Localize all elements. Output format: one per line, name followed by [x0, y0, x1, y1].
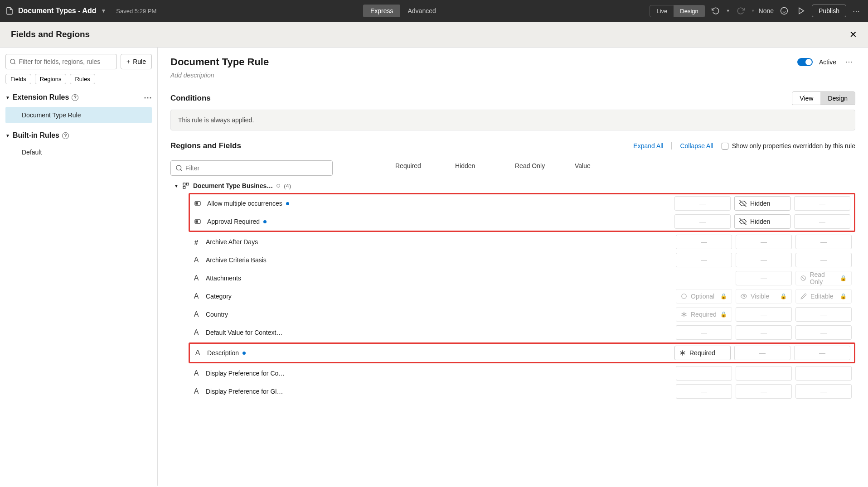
builtin-rules-header[interactable]: ▼ Built-in Rules ? — [5, 131, 152, 140]
help-icon[interactable]: ? — [62, 132, 69, 139]
sidebar-toolbar: + Rule — [5, 54, 152, 69]
cell-hidden[interactable]: — — [734, 346, 790, 360]
cell-req[interactable]: — — [676, 253, 732, 267]
cell-ro[interactable]: — — [795, 384, 852, 399]
cell-ro[interactable]: — — [794, 196, 850, 211]
group-row[interactable]: ▼ Document Type Busines… (4) — [170, 179, 855, 192]
field-row[interactable]: Allow multiple occurrences—Hidden— — [190, 194, 854, 212]
field-row[interactable]: AAttachments—Read Only🔒 — [170, 269, 855, 287]
active-toggle[interactable] — [797, 58, 813, 66]
design-button[interactable]: Design — [674, 5, 704, 17]
cell-req[interactable]: — — [676, 384, 732, 399]
cell-hidden[interactable]: — — [736, 271, 792, 285]
cell-required[interactable]: Required — [674, 346, 731, 360]
field-row[interactable]: ADisplay Preference for Gl…——— — [170, 382, 855, 400]
field-row[interactable]: AArchive Criteria Basis——— — [170, 251, 855, 269]
sidebar-item-document-type-rule[interactable]: Document Type Rule — [5, 107, 152, 123]
title-dropdown-chevron[interactable]: ▼ — [101, 8, 106, 14]
redo-icon[interactable] — [734, 5, 747, 17]
field-name-wrap: ADefault Value for Context… — [192, 328, 394, 337]
cell-hidden[interactable]: — — [736, 366, 792, 381]
live-design-toggle: Live Design — [650, 5, 705, 17]
conditions-box[interactable]: This rule is always applied. — [170, 110, 855, 130]
field-row[interactable]: ADefault Value for Context…——— — [170, 323, 855, 342]
field-row[interactable]: ADisplay Preference for Co…——— — [170, 364, 855, 382]
conditions-view-button[interactable]: View — [792, 92, 820, 105]
cell-req[interactable]: — — [674, 214, 731, 229]
expand-all-link[interactable]: Expand All — [633, 142, 663, 149]
show-overridden-label[interactable]: Show only properties overridden by this … — [722, 142, 855, 149]
field-name-wrap: AArchive Criteria Basis — [192, 256, 394, 264]
show-overridden-checkbox[interactable] — [722, 143, 728, 149]
rule-more-icon[interactable]: ⋯ — [843, 56, 855, 68]
section-more-icon[interactable]: ⋯ — [144, 92, 152, 102]
cell-ro[interactable]: — — [794, 346, 850, 360]
close-icon[interactable]: ✕ — [849, 29, 857, 40]
field-type-icon: A — [192, 310, 200, 318]
chip-regions[interactable]: Regions — [35, 74, 67, 84]
cell-req[interactable]: — — [676, 366, 732, 381]
publish-button[interactable]: Publish — [812, 5, 846, 17]
field-name: Display Preference for Co… — [206, 370, 285, 377]
field-row[interactable]: Approval Required—Hidden— — [190, 212, 854, 231]
play-icon[interactable] — [795, 5, 808, 17]
collapse-all-link[interactable]: Collapse All — [680, 142, 713, 149]
svg-line-5 — [14, 63, 15, 64]
divider — [671, 142, 672, 149]
field-type-icon: A — [194, 349, 202, 357]
cell-required[interactable]: Required🔒 — [676, 307, 732, 322]
cell-readonly[interactable]: Editable🔒 — [795, 289, 852, 304]
sidebar-item-default[interactable]: Default — [5, 144, 152, 160]
cell-hidden[interactable]: — — [736, 384, 792, 399]
undo-icon[interactable] — [709, 5, 723, 17]
cell-required[interactable]: Optional🔒 — [676, 289, 732, 304]
cell-ro[interactable]: — — [795, 253, 852, 267]
cell-req[interactable]: — — [676, 325, 732, 340]
express-mode-button[interactable]: Express — [363, 5, 401, 17]
add-rule-button[interactable]: + Rule — [121, 54, 152, 69]
more-icon[interactable]: ⋯ — [850, 5, 863, 17]
field-row[interactable]: #Archive After Days——— — [170, 233, 855, 251]
cell-hidden[interactable]: — — [736, 235, 792, 249]
cell-hidden[interactable]: — — [736, 325, 792, 340]
cell-ro[interactable]: — — [795, 307, 852, 322]
help-icon[interactable]: ? — [72, 94, 78, 101]
cell-readonly[interactable]: Read Only🔒 — [795, 271, 852, 285]
chip-fields[interactable]: Fields — [5, 74, 31, 84]
regions-actions: Expand All Collapse All Show only proper… — [633, 142, 855, 149]
cell-hidden[interactable]: Visible🔒 — [736, 289, 792, 304]
document-title: Document Types - Add — [18, 7, 96, 15]
chip-rules[interactable]: Rules — [70, 74, 95, 84]
extension-rules-header[interactable]: ▼ Extension Rules ? ⋯ — [5, 92, 152, 102]
cell-hidden[interactable]: Hidden — [734, 214, 790, 229]
conditions-header: Conditions View Design — [170, 92, 855, 105]
filter-input-wrap[interactable] — [170, 160, 333, 176]
advanced-mode-button[interactable]: Advanced — [400, 5, 443, 17]
description-placeholder[interactable]: Add description — [170, 72, 855, 79]
field-row[interactable]: ADescriptionRequired—— — [190, 344, 854, 362]
cell-hidden[interactable]: Hidden — [734, 196, 790, 211]
cell-ro[interactable]: — — [794, 214, 850, 229]
sidebar-search-input[interactable] — [19, 58, 113, 65]
undo-dropdown-chevron[interactable]: ▼ — [726, 9, 730, 13]
cell-ro[interactable]: — — [795, 235, 852, 249]
cell-ro[interactable]: — — [795, 325, 852, 340]
cell-ro[interactable]: — — [795, 366, 852, 381]
none-button[interactable]: None — [759, 7, 774, 14]
live-button[interactable]: Live — [650, 5, 674, 17]
field-row[interactable]: ACategoryOptional🔒Visible🔒Editable🔒 — [170, 287, 855, 305]
redo-dropdown-chevron[interactable]: ▼ — [751, 9, 755, 13]
conditions-design-button[interactable]: Design — [820, 92, 855, 105]
cell-req[interactable]: — — [676, 235, 732, 249]
cell-hidden[interactable]: — — [736, 307, 792, 322]
cell-req[interactable]: — — [674, 196, 731, 211]
modified-dot — [263, 220, 267, 223]
svg-marker-3 — [799, 8, 804, 14]
field-name-wrap: ACountry — [192, 310, 394, 318]
field-row[interactable]: ACountryRequired🔒—— — [170, 305, 855, 323]
filter-input[interactable] — [185, 164, 328, 172]
sidebar-search[interactable] — [5, 54, 117, 69]
topbar: Document Types - Add ▼ Saved 5:29 PM Exp… — [0, 0, 868, 22]
emoji-icon[interactable] — [777, 5, 791, 17]
cell-hidden[interactable]: — — [736, 253, 792, 267]
